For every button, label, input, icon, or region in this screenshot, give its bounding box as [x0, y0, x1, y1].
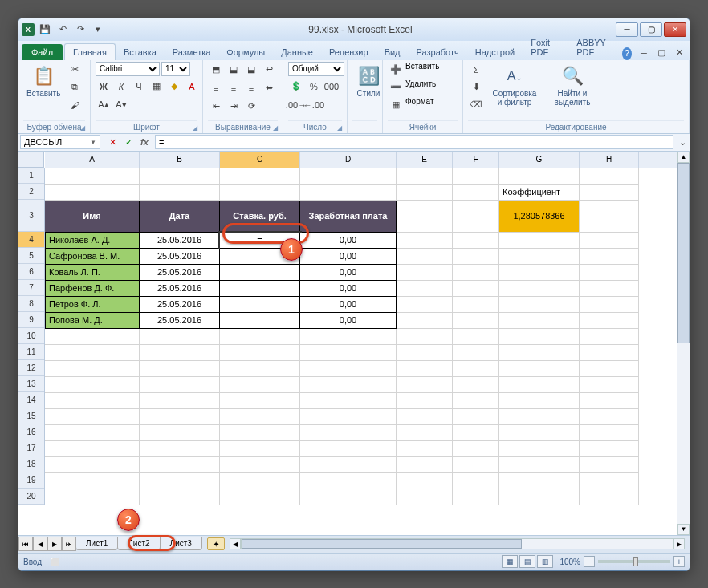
delete-cells-button[interactable]: Удалить: [405, 79, 436, 95]
cell-D4[interactable]: 0,00: [300, 233, 397, 249]
cell-B11[interactable]: [140, 345, 220, 361]
cell-C9[interactable]: [220, 313, 300, 329]
cell-B19[interactable]: [140, 473, 220, 489]
cell-E2[interactable]: [397, 185, 453, 201]
row-header-7[interactable]: 7: [18, 280, 44, 296]
zoom-slider[interactable]: [598, 560, 670, 563]
row-header-19[interactable]: 19: [18, 472, 44, 489]
cell-C3[interactable]: Ставка. руб.: [220, 201, 300, 233]
sheet-tab-1[interactable]: Лист1: [75, 537, 118, 550]
cell-D6[interactable]: 0,00: [300, 265, 397, 281]
cell-H9[interactable]: [580, 313, 639, 329]
cell-A10[interactable]: [45, 329, 140, 345]
grow-font-icon[interactable]: A▴: [96, 97, 112, 113]
cell-C16[interactable]: [220, 425, 300, 441]
col-header-H[interactable]: H: [580, 152, 639, 168]
cell-D2[interactable]: [300, 185, 397, 201]
cell-H20[interactable]: [580, 489, 639, 505]
cell-A13[interactable]: [45, 377, 140, 393]
format-cells-icon[interactable]: ▦: [388, 97, 404, 113]
accept-formula-icon[interactable]: ✓: [121, 135, 136, 149]
cell-D12[interactable]: [300, 361, 397, 377]
row-header-2[interactable]: 2: [18, 184, 44, 200]
tab-data[interactable]: Данные: [273, 44, 321, 60]
cell-C18[interactable]: [220, 457, 300, 473]
scroll-right-icon[interactable]: ▶: [673, 538, 685, 549]
fill-icon[interactable]: ⬇: [468, 79, 484, 95]
cell-G4[interactable]: [499, 233, 580, 249]
launcher-icon[interactable]: ◢: [80, 124, 85, 132]
comma-icon[interactable]: 000: [323, 79, 340, 95]
tab-abbyy[interactable]: ABBYY PDF: [568, 34, 622, 60]
cell-E3[interactable]: [397, 201, 453, 233]
cell-G3[interactable]: 1,280578366: [499, 201, 580, 233]
vertical-scrollbar[interactable]: ▲ ▼: [677, 152, 690, 535]
cell-F19[interactable]: [453, 473, 499, 489]
last-sheet-icon[interactable]: ⏭: [62, 537, 76, 551]
row-header-15[interactable]: 15: [18, 408, 44, 424]
cell-B20[interactable]: [140, 489, 220, 505]
copy-icon[interactable]: ⧉: [67, 79, 83, 95]
scroll-up-icon[interactable]: ▲: [677, 152, 690, 163]
cell-B7[interactable]: 25.05.2016: [140, 281, 220, 297]
cell-D11[interactable]: [300, 345, 397, 361]
insert-cells-icon[interactable]: ➕: [388, 62, 404, 78]
tab-formulas[interactable]: Формулы: [218, 44, 273, 60]
cell-A2[interactable]: [45, 185, 140, 201]
cell-G2[interactable]: Коэффициент: [499, 185, 580, 201]
doc-minimize-button[interactable]: ─: [637, 46, 651, 60]
cell-D13[interactable]: [300, 377, 397, 393]
row-header-4[interactable]: 4: [18, 232, 44, 248]
align-top-icon[interactable]: ⬒: [208, 62, 224, 78]
select-all-corner[interactable]: [18, 152, 44, 168]
cell-E16[interactable]: [397, 425, 453, 441]
help-icon[interactable]: ?: [622, 47, 632, 60]
expand-formula-icon[interactable]: ⌄: [675, 135, 690, 149]
cell-D20[interactable]: [300, 489, 397, 505]
cell-F1[interactable]: [453, 168, 499, 185]
cell-F17[interactable]: [453, 441, 499, 457]
cell-D3[interactable]: Заработная плата: [300, 201, 397, 233]
cell-B1[interactable]: [140, 168, 220, 185]
view-layout-icon[interactable]: ▤: [519, 555, 535, 568]
cell-C2[interactable]: [220, 185, 300, 201]
cell-A5[interactable]: Сафронова В. М.: [45, 249, 140, 265]
launcher-icon[interactable]: ◢: [337, 124, 342, 132]
cell-B16[interactable]: [140, 425, 220, 441]
tab-layout[interactable]: Разметка: [165, 44, 219, 60]
sheet-tab-3[interactable]: Лист3: [160, 537, 202, 550]
cell-H17[interactable]: [580, 441, 639, 457]
cell-F2[interactable]: [453, 185, 499, 201]
cell-E10[interactable]: [397, 329, 453, 345]
orientation-icon[interactable]: ⟳: [243, 99, 259, 115]
cell-E6[interactable]: [397, 265, 453, 281]
qat-redo-icon[interactable]: ↷: [73, 22, 87, 37]
cell-H4[interactable]: [580, 233, 639, 249]
cell-F13[interactable]: [453, 377, 499, 393]
cell-G15[interactable]: [499, 409, 580, 425]
cell-C19[interactable]: [220, 473, 300, 489]
scroll-down-icon[interactable]: ▼: [677, 524, 690, 535]
cell-A9[interactable]: Попова М. Д.: [45, 313, 140, 329]
cell-C15[interactable]: [220, 409, 300, 425]
cell-C20[interactable]: [220, 489, 300, 505]
cell-G1[interactable]: [499, 168, 580, 185]
cell-B8[interactable]: 25.05.2016: [140, 297, 220, 313]
cell-B15[interactable]: [140, 409, 220, 425]
cell-A3[interactable]: Имя: [45, 201, 140, 233]
cell-D19[interactable]: [300, 473, 397, 489]
col-header-C[interactable]: C: [220, 152, 300, 168]
tab-view[interactable]: Вид: [376, 44, 409, 60]
cell-H11[interactable]: [580, 345, 639, 361]
cell-B12[interactable]: [140, 361, 220, 377]
row-header-12[interactable]: 12: [18, 360, 44, 376]
cell-G6[interactable]: [499, 265, 580, 281]
cell-C13[interactable]: [220, 377, 300, 393]
fx-icon[interactable]: fx: [137, 135, 152, 149]
cell-B14[interactable]: [140, 393, 220, 409]
first-sheet-icon[interactable]: ⏮: [18, 537, 33, 551]
cell-G8[interactable]: [499, 297, 580, 313]
cell-B9[interactable]: 25.05.2016: [140, 313, 220, 329]
row-header-6[interactable]: 6: [18, 264, 44, 280]
cell-E7[interactable]: [397, 281, 453, 297]
